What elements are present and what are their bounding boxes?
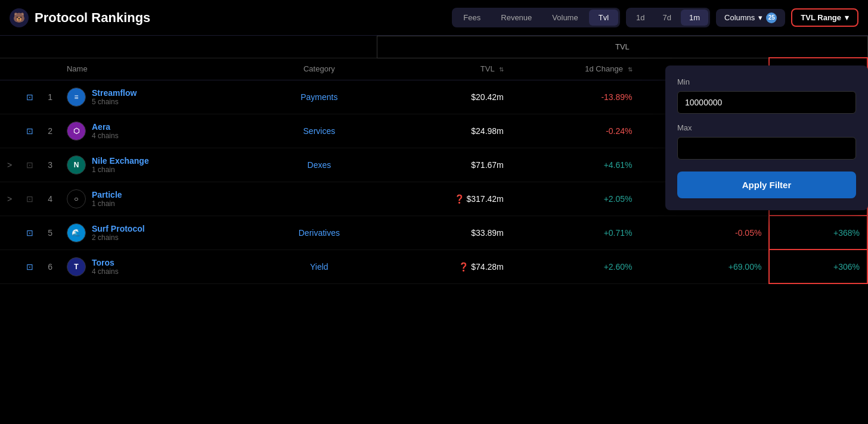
category-col[interactable]: Derivatives <box>261 216 377 250</box>
bookmark-icon: ⊡ <box>26 262 33 272</box>
period-1m[interactable]: 1m <box>681 10 708 26</box>
period-tabs: 1d 7d 1m <box>626 8 710 27</box>
category-link[interactable]: Derivatives <box>299 228 340 238</box>
expand-col <box>0 216 19 250</box>
protocol-name[interactable]: Aera <box>92 122 119 132</box>
protocol-chains: 1 chain <box>92 166 149 174</box>
category-link[interactable]: Dexes <box>308 160 331 170</box>
col-tvl-header[interactable]: TVL ⇅ <box>377 58 511 80</box>
columns-button[interactable]: Columns ▾ 25 <box>716 9 785 27</box>
empty-header-spacer <box>0 36 377 58</box>
protocol-name[interactable]: Toros <box>92 258 119 267</box>
tab-fees[interactable]: Fees <box>454 10 490 26</box>
change-1d-col: +4.61% <box>511 148 640 182</box>
protocol-info: Surf Protocol 2 chains <box>92 224 145 242</box>
protocol-info: Particle 1 chain <box>92 190 122 208</box>
change-7d-col: +69.00% <box>640 250 770 283</box>
protocol-chains: 2 chains <box>92 233 145 242</box>
protocol-info: Streamflow 5 chains <box>92 88 137 106</box>
col-expand <box>0 58 19 80</box>
change-1m-col: +368% <box>769 216 867 250</box>
logo-area: 🐻 Protocol Rankings <box>10 8 150 27</box>
change-1d-col: +2.60% <box>511 250 640 283</box>
name-col: ○ Particle 1 chain <box>60 182 261 216</box>
tvl-col: ❓ $74.28m <box>377 250 511 283</box>
tvl-section-label: TVL <box>377 36 867 58</box>
protocol-info: Toros 4 chains <box>92 258 119 276</box>
bookmark-col[interactable]: ⊡ <box>19 216 41 250</box>
table-row[interactable]: ⊡6 T Toros 4 chains Yield❓ $74.28m+2.60%… <box>0 250 867 283</box>
protocol-logo: ⬡ <box>67 121 86 141</box>
bookmark-col[interactable]: ⊡ <box>19 114 41 148</box>
tab-revenue[interactable]: Revenue <box>491 10 541 26</box>
category-col[interactable]: Payments <box>261 80 377 114</box>
tvl-range-dropdown: Min Max Apply Filter <box>665 66 868 210</box>
protocol-name[interactable]: Nile Exchange <box>92 156 149 166</box>
header-controls: Fees Revenue Volume Tvl 1d 7d 1m Columns… <box>452 8 858 27</box>
min-label: Min <box>677 77 856 86</box>
tab-volume[interactable]: Volume <box>542 10 587 26</box>
bookmark-icon: ⊡ <box>26 194 33 204</box>
tvl-col: $71.67m <box>377 148 511 182</box>
min-input[interactable] <box>677 91 856 114</box>
col-1d-header[interactable]: 1d Change ⇅ <box>511 58 640 80</box>
col-rank <box>41 58 60 80</box>
metric-tabs: Fees Revenue Volume Tvl <box>452 8 620 27</box>
tvl-col: $24.98m <box>377 114 511 148</box>
tvl-range-chevron-icon: ▾ <box>845 13 849 22</box>
expand-col[interactable]: > <box>0 182 19 216</box>
1d-sort-icon: ⇅ <box>628 66 633 73</box>
tvl-range-button[interactable]: TVL Range ▾ <box>791 8 858 27</box>
rank-col: 1 <box>41 80 60 114</box>
bookmark-icon: ⊡ <box>26 160 33 170</box>
page-title: Protocol Rankings <box>35 10 150 26</box>
col-name-header: Name <box>60 58 261 80</box>
expand-col <box>0 80 19 114</box>
category-link[interactable]: Services <box>303 126 336 136</box>
question-icon: ❓ <box>454 194 464 204</box>
table-row[interactable]: ⊡5 🌊 Surf Protocol 2 chains Derivatives$… <box>0 216 867 250</box>
max-input[interactable] <box>677 137 856 160</box>
bookmark-icon: ⊡ <box>26 126 33 136</box>
protocol-chains: 4 chains <box>92 132 119 140</box>
category-col[interactable]: Services <box>261 114 377 148</box>
category-link[interactable]: Payments <box>300 92 337 102</box>
period-7d[interactable]: 7d <box>655 10 680 26</box>
tvl-col: $20.42m <box>377 80 511 114</box>
table-container: TVL Name Category TVL ⇅ 1d Change <box>0 36 868 424</box>
change-7d-col: -0.05% <box>640 216 770 250</box>
protocol-name[interactable]: Surf Protocol <box>92 224 145 233</box>
protocol-logo: ≡ <box>67 88 86 107</box>
name-col: 🌊 Surf Protocol 2 chains <box>60 216 261 250</box>
name-col: N Nile Exchange 1 chain <box>60 148 261 182</box>
category-col[interactable]: Yield <box>261 250 377 283</box>
protocol-name[interactable]: Streamflow <box>92 88 137 98</box>
category-col[interactable]: Dexes <box>261 148 377 182</box>
col-bookmark <box>19 58 41 80</box>
tab-tvl[interactable]: Tvl <box>589 10 618 26</box>
bookmark-icon: ⊡ <box>26 92 33 102</box>
columns-badge: 25 <box>766 13 777 23</box>
category-col <box>261 182 377 216</box>
bookmark-col[interactable]: ⊡ <box>19 148 41 182</box>
name-col: ⬡ Aera 4 chains <box>60 114 261 148</box>
protocol-logo: 🌊 <box>67 223 86 242</box>
apply-filter-button[interactable]: Apply Filter <box>677 172 856 198</box>
change-1d-col: -13.89% <box>511 80 640 114</box>
bookmark-col[interactable]: ⊡ <box>19 80 41 114</box>
bookmark-col[interactable]: ⊡ <box>19 250 41 283</box>
category-link[interactable]: Yield <box>310 262 328 272</box>
protocol-logo: ○ <box>67 189 86 208</box>
period-1d[interactable]: 1d <box>628 10 653 26</box>
name-col: T Toros 4 chains <box>60 250 261 283</box>
bookmark-col[interactable]: ⊡ <box>19 182 41 216</box>
col-category-header: Category <box>261 58 377 80</box>
expand-col[interactable]: > <box>0 148 19 182</box>
protocol-logo: T <box>67 257 86 276</box>
change-1d-col: +2.05% <box>511 182 640 216</box>
protocol-name[interactable]: Particle <box>92 190 122 199</box>
expand-col <box>0 250 19 283</box>
tvl-col: $33.89m <box>377 216 511 250</box>
name-col: ≡ Streamflow 5 chains <box>60 80 261 114</box>
protocol-chains: 4 chains <box>92 267 119 276</box>
